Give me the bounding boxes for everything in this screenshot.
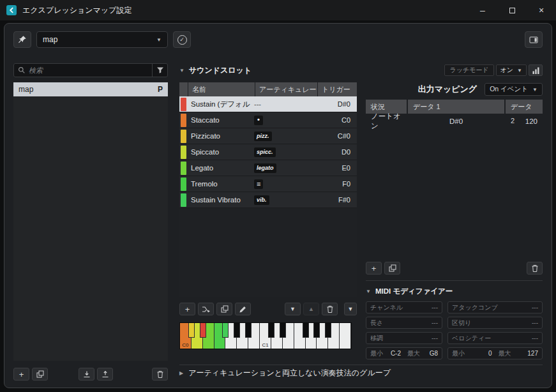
arrow-down-icon: ▼ — [290, 306, 296, 312]
piano-key-C2[interactable] — [340, 323, 351, 349]
slot-row-tremolo[interactable]: Tremolo ≡ F0 — [179, 176, 357, 192]
merge-icon — [202, 305, 210, 313]
articulation-chip: spicc. — [254, 147, 276, 157]
delete-map-button[interactable] — [152, 368, 168, 381]
piano-key-C#1[interactable] — [268, 323, 274, 338]
midi-field-transpose[interactable]: 移調--- — [366, 332, 442, 344]
duplicate-icon — [36, 370, 44, 378]
piano-key-D#1[interactable] — [280, 323, 286, 338]
collapse-caret-icon[interactable]: ▼ — [366, 289, 371, 294]
add-slot-button[interactable]: + — [179, 303, 195, 315]
midi-field-length[interactable]: 長さ--- — [366, 317, 442, 329]
articulation-value: --- — [254, 100, 261, 108]
panel-toggle-button[interactable] — [525, 31, 543, 48]
piano-key-A#0[interactable] — [245, 323, 252, 338]
slot-row-pizzicato[interactable]: Pizzicato pizz. C#0 — [179, 128, 357, 144]
output-mapping-header: 出力マッピング On イベント ▼ — [366, 82, 543, 96]
column-header-data2[interactable]: データ 2 — [506, 100, 543, 114]
delete-output-button[interactable] — [527, 262, 543, 275]
minimize-icon: – — [480, 5, 485, 15]
column-header-trigger[interactable]: トリガー — [318, 82, 357, 96]
slot-row-spiccato[interactable]: Spiccato spicc. D0 — [179, 144, 357, 160]
main-toolbar: map ▼ ✓ — [13, 31, 543, 49]
key-label-C1: C1 — [260, 342, 271, 348]
trash-icon — [326, 305, 334, 313]
chevron-down-icon: ▼ — [156, 37, 162, 43]
slot-color-strip — [179, 192, 188, 207]
column-header-name[interactable]: 名前 — [188, 82, 255, 96]
slot-row-staccato[interactable]: Staccato • C0 — [179, 112, 357, 128]
activate-map-button[interactable]: ✓ — [173, 31, 191, 48]
articulation-chip: pizz. — [254, 132, 272, 141]
maximize-button[interactable] — [497, 0, 527, 20]
pin-button[interactable] — [13, 31, 31, 48]
histogram-icon — [532, 66, 540, 75]
midi-field-attack[interactable]: アタックコンプ--- — [447, 301, 543, 313]
articulation-chip: ≡ — [254, 179, 263, 189]
midi-field-channel[interactable]: チャンネル--- — [366, 301, 442, 313]
piano-key-G#1[interactable] — [313, 323, 320, 338]
duplicate-icon — [221, 305, 229, 313]
export-map-button[interactable] — [97, 368, 113, 381]
map-select-value: map — [43, 35, 57, 44]
column-header-data1[interactable]: データ 1 — [408, 100, 504, 114]
latch-mode-label: ラッチモード — [444, 64, 493, 76]
midi-modifier-header: ▼ MIDI モディファイアー — [366, 287, 543, 296]
piano-keyboard[interactable]: C0C1 — [179, 322, 352, 349]
slots-table: 名前 アーティキュレーシ トリガー Sustain (デフォル --- D#0 — [179, 82, 357, 297]
piano-key-G#0[interactable] — [234, 323, 240, 338]
piano-key-F#0[interactable] — [222, 323, 229, 338]
output-mapping-row[interactable]: ノートオン D#0 120 — [366, 114, 543, 129]
slot-row-sustain[interactable]: Sustain (デフォル --- D#0 — [179, 96, 357, 112]
maps-list-toolbar: + — [13, 367, 168, 381]
latch-mode-dropdown[interactable]: オン ▼ — [496, 64, 527, 76]
list-item-map[interactable]: map P — [13, 82, 168, 96]
note-range-field[interactable]: 最小 C-2 最大 G8 — [366, 347, 442, 359]
merge-slots-button[interactable] — [198, 303, 214, 315]
move-slot-up-button[interactable]: ▲ — [303, 303, 319, 315]
slot-row-sustain-vibrato[interactable]: Sustain Vibrato vib. F#0 — [179, 192, 357, 208]
duplicate-map-button[interactable] — [32, 368, 48, 381]
output-spacer — [366, 129, 543, 262]
remote-keys-button[interactable] — [529, 64, 543, 76]
list-item-label: map — [19, 85, 158, 94]
incompatible-group-section[interactable]: ▶ アーティキュレーションと両立しない演奏技法のグループ — [179, 365, 543, 381]
add-map-button[interactable]: + — [13, 368, 29, 381]
plus-icon: + — [19, 370, 24, 379]
collapse-caret-icon[interactable]: ▼ — [179, 68, 184, 73]
duplicate-slot-button[interactable] — [216, 303, 232, 315]
minimize-button[interactable]: – — [468, 0, 497, 20]
duplicate-output-button[interactable] — [384, 262, 400, 275]
column-header-articulation[interactable]: アーティキュレーシ — [255, 82, 317, 96]
plus-icon: + — [185, 305, 190, 313]
chevron-down-icon: ▼ — [348, 306, 354, 312]
midi-field-velocity[interactable]: ベロシティー--- — [447, 332, 543, 344]
velocity-range-field[interactable]: 最小 0 最大 127 — [447, 347, 543, 359]
edit-slot-button[interactable] — [235, 303, 251, 315]
piano-key-C#0[interactable] — [188, 323, 195, 338]
slot-row-legato[interactable]: Legato legato E0 — [179, 160, 357, 176]
add-output-button[interactable]: + — [366, 262, 382, 275]
piano-key-D#0[interactable] — [200, 323, 206, 338]
import-map-button[interactable] — [79, 368, 94, 381]
move-slot-down-button[interactable]: ▼ — [285, 303, 301, 315]
piano-key-F#1[interactable] — [303, 323, 309, 338]
midi-field-separator[interactable]: 区切り--- — [447, 317, 543, 329]
trash-icon — [156, 370, 164, 379]
search-icon — [18, 66, 26, 74]
piano-key-A#1[interactable] — [325, 323, 331, 338]
slot-color-strip — [179, 160, 188, 176]
slots-toolbar: + ▼ ▲ — [179, 302, 357, 316]
duplicate-icon — [389, 264, 396, 272]
slot-options-button[interactable]: ▼ — [344, 303, 357, 315]
filter-button[interactable] — [152, 64, 167, 77]
funnel-icon — [156, 66, 164, 74]
export-icon — [101, 370, 109, 378]
close-button[interactable]: × — [527, 0, 556, 20]
search-input[interactable]: 検索 — [13, 63, 168, 77]
map-select-dropdown[interactable]: map ▼ — [36, 31, 168, 48]
check-circle-icon: ✓ — [177, 35, 187, 45]
articulation-chip: vib. — [254, 195, 269, 205]
event-type-dropdown[interactable]: On イベント ▼ — [485, 83, 543, 96]
delete-slot-button[interactable] — [322, 303, 338, 315]
